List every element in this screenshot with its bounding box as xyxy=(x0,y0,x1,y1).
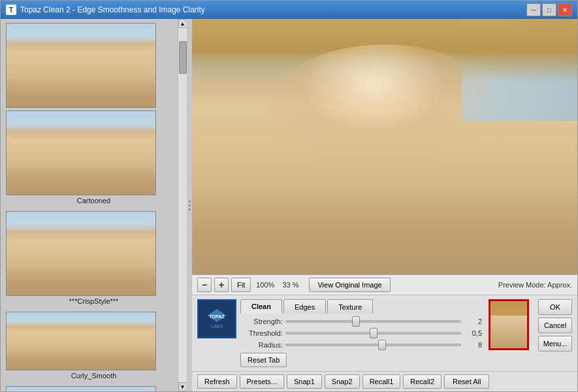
refresh-button[interactable]: Refresh xyxy=(197,374,237,389)
zoom-percent: 100% xyxy=(256,281,274,289)
preset-thumb-4 xyxy=(6,386,156,391)
preset-scroll[interactable]: Cartooned ***CrispStyle*** Curly_Smooth xyxy=(1,19,187,391)
main-area: Cartooned ***CrispStyle*** Curly_Smooth xyxy=(1,19,577,391)
sep-dot xyxy=(189,208,191,210)
strength-value: 2 xyxy=(464,318,482,325)
logo-text-labs: LABS xyxy=(211,324,223,329)
snap1-button[interactable]: Snap1 xyxy=(287,374,322,389)
preset-scrollbar[interactable]: ▲ ▼ xyxy=(178,19,187,391)
tabs-row: Clean Edges Texture xyxy=(240,299,482,314)
threshold-value: 0,5 xyxy=(464,329,482,337)
face-highlight xyxy=(269,44,500,172)
minimize-button[interactable]: ─ xyxy=(526,3,541,16)
sep-dot xyxy=(189,201,191,203)
slider-row-radius: Radius: 8 xyxy=(240,341,482,349)
threshold-label: Threshold: xyxy=(240,329,283,337)
reset-tab-row: Reset Tab xyxy=(240,353,482,367)
list-item[interactable]: ***CrispStyle*** xyxy=(6,211,182,309)
right-buttons: OK Cancel Menu... xyxy=(538,299,572,351)
menu-button[interactable]: Menu... xyxy=(538,336,572,351)
preset-label-1: ***CrispStyle*** xyxy=(6,296,182,309)
logo-text-topaz: TOPAZ xyxy=(207,309,227,324)
recall1-button[interactable]: Recall1 xyxy=(362,374,401,389)
threshold-slider[interactable] xyxy=(285,332,461,335)
bottom-panel: TOPAZ LABS Clean Edges xyxy=(192,295,577,371)
controls-bar: − + Fit 100% 33 % View Original Image Pr… xyxy=(192,274,577,295)
list-item[interactable]: Curly_Smooth xyxy=(6,312,182,384)
strength-slider[interactable] xyxy=(285,320,461,323)
preview-area xyxy=(192,19,577,274)
zoom-fit-button[interactable]: Fit xyxy=(231,278,251,292)
reset-tab-button[interactable]: Reset Tab xyxy=(240,353,287,367)
radius-label: Radius: xyxy=(240,341,283,349)
zoom-in-button[interactable]: + xyxy=(214,278,229,292)
sep-dot xyxy=(189,204,191,206)
scroll-up-arrow[interactable]: ▲ xyxy=(178,19,187,28)
tab-texture[interactable]: Texture xyxy=(327,299,373,314)
preview-mode-key: Preview Mode: xyxy=(498,281,546,289)
strength-label: Strength: xyxy=(240,318,283,325)
preset-thumb-0 xyxy=(6,23,156,108)
tab-edges[interactable]: Edges xyxy=(283,299,326,314)
preset-item-top[interactable] xyxy=(6,23,182,108)
strength-thumb[interactable] xyxy=(352,316,360,327)
preset-label-0: Cartooned xyxy=(6,195,182,208)
window-title: Topaz Clean 2 - Edge Smoothness and Imag… xyxy=(20,5,205,14)
view-original-button[interactable]: View Original Image xyxy=(309,278,390,292)
zoom-out-button[interactable]: − xyxy=(197,278,212,292)
preset-thumb-3 xyxy=(6,312,156,370)
svg-text:TOPAZ: TOPAZ xyxy=(209,314,225,319)
thumb-hair xyxy=(490,301,527,316)
title-controls: ─ □ ✕ xyxy=(526,3,572,16)
panel-separator[interactable] xyxy=(187,19,192,391)
recall2-button[interactable]: Recall2 xyxy=(403,374,442,389)
preset-label-2: Curly_Smooth xyxy=(6,370,182,384)
main-window: T Topaz Clean 2 - Edge Smoothness and Im… xyxy=(0,0,578,392)
preset-thumb-1 xyxy=(6,110,156,195)
preview-mode-label: Preview Mode: Approx. xyxy=(498,281,572,289)
tab-clean[interactable]: Clean xyxy=(240,299,282,314)
face-preview-image xyxy=(192,19,577,274)
maximize-button[interactable]: □ xyxy=(542,3,556,16)
radius-value: 8 xyxy=(464,341,482,349)
topaz-logo: TOPAZ LABS xyxy=(197,299,236,338)
slider-row-threshold: Threshold: 0,5 xyxy=(240,329,482,337)
preview-mode-value: Approx. xyxy=(547,281,572,289)
scroll-track[interactable] xyxy=(178,28,187,382)
preset-thumb-2 xyxy=(6,211,156,296)
separator-dots xyxy=(189,201,191,210)
title-bar: T Topaz Clean 2 - Edge Smoothness and Im… xyxy=(1,1,577,19)
scroll-thumb[interactable] xyxy=(179,41,187,74)
title-bar-left: T Topaz Clean 2 - Edge Smoothness and Im… xyxy=(6,5,205,15)
list-item[interactable] xyxy=(6,386,182,391)
snap2-button[interactable]: Snap2 xyxy=(325,374,360,389)
ok-button[interactable]: OK xyxy=(538,299,572,315)
app-icon: T xyxy=(6,5,16,15)
presets-button[interactable]: Presets... xyxy=(240,374,284,389)
radius-slider[interactable] xyxy=(285,344,461,346)
slider-row-strength: Strength: 2 xyxy=(240,318,482,325)
bottom-bar: Refresh Presets... Snap1 Snap2 Recall1 R… xyxy=(192,371,577,391)
close-button[interactable]: ✕ xyxy=(558,3,572,16)
zoom-info: 33 % xyxy=(282,281,298,289)
list-item[interactable]: Cartooned xyxy=(6,110,182,208)
right-area: − + Fit 100% 33 % View Original Image Pr… xyxy=(192,19,577,391)
params-section: Clean Edges Texture Strength: xyxy=(240,299,482,367)
thumbnail-image xyxy=(489,299,529,350)
radius-thumb[interactable] xyxy=(378,340,386,350)
threshold-thumb[interactable] xyxy=(370,328,377,338)
cancel-button[interactable]: Cancel xyxy=(538,318,572,333)
left-panel: Cartooned ***CrispStyle*** Curly_Smooth xyxy=(1,19,187,391)
bottom-row: TOPAZ LABS Clean Edges xyxy=(197,299,572,367)
scroll-down-arrow[interactable]: ▼ xyxy=(178,382,187,391)
reset-all-button[interactable]: Reset All xyxy=(444,374,489,389)
thumbnail-section xyxy=(486,299,532,350)
